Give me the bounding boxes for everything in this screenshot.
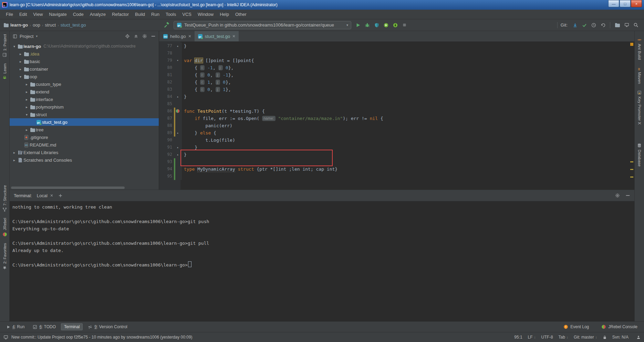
status-95-1[interactable]: 95:1 (514, 335, 522, 340)
tool-button-key-promoter-x[interactable]: KKey Promoter X (637, 87, 642, 128)
tool-button-maven[interactable]: mMaven (637, 63, 642, 87)
status-utf-8[interactable]: UTF-8 (541, 335, 553, 340)
menu-edit[interactable]: Edit (16, 10, 30, 19)
chevron-right-icon[interactable]: ▸ (24, 82, 29, 86)
tool-window-button-todo[interactable]: 6: TODO (30, 323, 59, 330)
tree-item-extend[interactable]: ▸extend (10, 88, 159, 95)
tool-window-button-terminal[interactable]: Terminal (61, 323, 83, 330)
terminal-toggle-button[interactable] (622, 21, 631, 30)
warning-stripe-mark[interactable] (630, 169, 633, 170)
chevron-right-icon[interactable]: ▸ (12, 151, 17, 154)
tool-button-1-project[interactable]: 1: Project (2, 31, 7, 60)
code-editor[interactable]: 77▴}7879▾var dir []point = []point{80 { … (159, 42, 634, 190)
warning-stripe-mark[interactable] (630, 161, 633, 162)
chevron-right-icon[interactable]: ▸ (12, 158, 17, 162)
menu-window[interactable]: Window (195, 10, 217, 19)
tool-window-button-version-control[interactable]: 9: Version Control (85, 323, 130, 330)
menu-refactor[interactable]: Refactor (109, 10, 132, 19)
show-history-button[interactable] (589, 21, 598, 30)
chevron-right-icon[interactable]: ▸ (18, 67, 23, 71)
terminal-output[interactable]: nothing to commit, working tree cleanC:\… (10, 201, 634, 321)
tool-button-learn[interactable]: Learn (2, 60, 7, 83)
chevron-right-icon[interactable]: ▸ (24, 98, 29, 101)
fold-arrow-icon[interactable]: ▴ (177, 153, 178, 156)
editor-tab-stuct-test-go[interactable]: gostuct_test.go (195, 31, 239, 41)
status-lf[interactable]: LF↕ (528, 335, 536, 340)
menu-code[interactable]: Code (70, 10, 87, 19)
terminal-tab-local[interactable]: Local (35, 193, 55, 198)
gear-icon[interactable] (615, 193, 620, 198)
tree-item-idea[interactable]: ▸.idea (10, 50, 159, 58)
commit-changes-button[interactable] (580, 21, 589, 30)
chevron-right-icon[interactable]: ▸ (18, 52, 23, 56)
status-git-master[interactable]: Git: master↕ (574, 335, 597, 340)
chevron-right-icon[interactable]: ▸ (24, 105, 29, 109)
tab-close-icon[interactable] (232, 34, 236, 38)
gear-icon[interactable] (142, 34, 147, 39)
minimize-button[interactable]: — (608, 0, 619, 7)
menu-navigate[interactable]: Navigate (46, 10, 70, 19)
chevron-down-icon[interactable]: ▾ (36, 34, 38, 38)
tree-item-learn-go[interactable]: ▾learn-goC:\Users\Administrator\go\src\g… (10, 42, 159, 50)
horizontal-scrollbar[interactable] (11, 187, 125, 189)
chevron-right-icon[interactable]: ▸ (18, 60, 23, 63)
chevron-down-icon[interactable]: ▾ (24, 113, 29, 117)
fold-arrow-icon[interactable]: ▴ (177, 44, 178, 48)
breadcrumb-learn-go[interactable]: learn-go (10, 22, 28, 28)
tree-item-custom-type[interactable]: ▸custom_type (10, 80, 159, 88)
menu-build[interactable]: Build (132, 10, 148, 19)
menu-run[interactable]: Run (148, 10, 163, 19)
search-everywhere-button[interactable] (631, 21, 641, 30)
fold-arrow-icon[interactable]: ▴ (177, 131, 178, 134)
project-panel-title[interactable]: Project (20, 34, 33, 39)
project-structure-button[interactable] (613, 21, 622, 30)
warning-stripe-mark[interactable] (630, 177, 633, 178)
run-button[interactable] (353, 21, 363, 30)
tree-item-oop[interactable]: ▾oop (10, 73, 159, 80)
run-test-icon[interactable] (176, 109, 180, 114)
tree-item-tree[interactable]: ▸tree (10, 126, 159, 133)
tool-window-button-jrebel-console[interactable]: JRebel Console (598, 323, 641, 330)
tool-window-button-event-log[interactable]: Event Log (560, 323, 592, 330)
tool-window-button-run[interactable]: 4: Run (3, 323, 28, 330)
debug-with-jrebel-button[interactable] (391, 21, 400, 30)
status-svn-n-a[interactable]: Svn: N/A (612, 335, 629, 340)
chevron-right-icon[interactable]: ▸ (24, 90, 29, 94)
stop-disabled-button[interactable] (400, 21, 409, 30)
tree-item-interface[interactable]: ▸interface (10, 95, 159, 103)
tree-item-polymorphism[interactable]: ▸polymorphism (10, 103, 159, 111)
fold-arrow-icon[interactable]: ▴ (177, 146, 178, 149)
build-project-icon[interactable] (162, 21, 172, 30)
run-config-select[interactable]: go TestQueue_Push in github.com/snowdrea… (174, 21, 351, 29)
chevron-down-icon[interactable]: ▾ (18, 75, 23, 79)
tree-item-struct[interactable]: ▾struct (10, 111, 159, 118)
tool-button-jrebel[interactable]: JRebel (2, 215, 7, 240)
menu-vcs[interactable]: VCS (179, 10, 195, 19)
tree-item-basic[interactable]: ▸basic (10, 58, 159, 65)
locate-file-icon[interactable] (125, 34, 130, 39)
close-icon[interactable] (50, 194, 53, 197)
chevron-right-icon[interactable]: ▸ (24, 128, 29, 132)
close-button[interactable]: × (631, 0, 642, 7)
run-with-coverage-button[interactable] (372, 21, 381, 30)
collapse-all-icon[interactable] (134, 34, 138, 39)
rollback-button[interactable] (598, 21, 607, 30)
fold-arrow-icon[interactable]: ▴ (177, 95, 178, 98)
chevron-down-icon[interactable]: ▾ (12, 44, 17, 48)
tree-item-stuct-test-go[interactable]: gostuct_test.go (10, 118, 159, 126)
tool-button-2-favorites[interactable]: 2: Favorites (2, 240, 7, 273)
tree-item-readme-md[interactable]: MDREADME.md (10, 141, 159, 149)
hide-panel-icon[interactable] (625, 193, 630, 198)
breadcrumb-struct[interactable]: struct (45, 22, 56, 28)
tool-button-ant-build[interactable]: Ant Build (637, 34, 642, 63)
hide-panel-icon[interactable] (151, 34, 156, 39)
tree-item-gitignore[interactable]: .gitignore (10, 133, 159, 141)
tree-item-scratches-and-consoles[interactable]: ▸Scratches and Consoles (10, 156, 159, 164)
breadcrumb-oop[interactable]: oop (33, 22, 40, 28)
tree-item-container[interactable]: ▸container (10, 65, 159, 73)
toggle-toolwindows-icon[interactable] (3, 335, 8, 340)
hector-inspections-icon[interactable] (636, 335, 641, 340)
menu-file[interactable]: File (3, 10, 16, 19)
menu-other[interactable]: Other (232, 10, 250, 19)
menu-view[interactable]: View (30, 10, 46, 19)
